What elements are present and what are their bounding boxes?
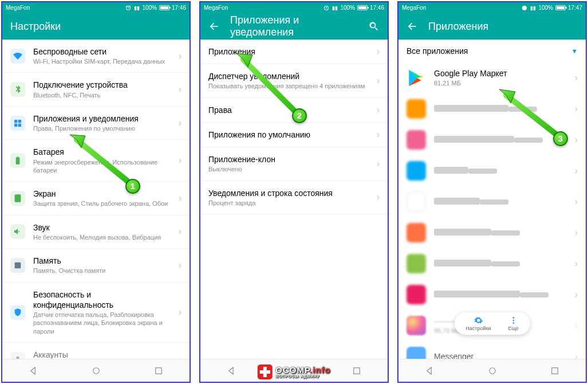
app-row-blurred[interactable]: ›	[398, 217, 586, 248]
row-applications[interactable]: Приложения ›	[200, 40, 388, 64]
phone-screen-2: MegaFon ▮▮ 100% 17:46 Приложения и уведо…	[199, 1, 389, 383]
battery-icon	[159, 5, 169, 10]
app-bar: Настройки	[2, 13, 190, 40]
row-device-connection[interactable]: Подключение устройстваBluetooth, NFC, Пе…	[2, 73, 190, 106]
chevron-right-icon: ›	[377, 192, 380, 202]
row-wireless[interactable]: Беспроводные сетиWi-Fi, Настройки SIM-ка…	[2, 40, 190, 73]
svg-rect-11	[551, 367, 558, 374]
row-app-clone[interactable]: Приложение-клонВыключено ›	[200, 147, 388, 181]
status-bar: MegaFon ▮▮ 100% 17:47	[398, 2, 586, 13]
back-icon[interactable]	[407, 21, 418, 32]
apps-list[interactable]: Все приложения ▼ Google Play Маркет81,21…	[398, 40, 586, 359]
page-title: Настройки	[10, 21, 181, 33]
clock: 17:46	[172, 5, 186, 11]
page-title: Приложения и уведомления	[230, 14, 358, 38]
row-permissions[interactable]: Права ›	[200, 98, 388, 123]
battery-icon	[357, 5, 368, 10]
search-icon[interactable]	[368, 21, 380, 32]
play-store-icon	[407, 68, 426, 88]
settings-list[interactable]: Приложения › Диспетчер уведомленийПоказы…	[200, 40, 388, 359]
app-row-blurred[interactable]: ›	[398, 155, 586, 186]
svg-point-2	[16, 356, 19, 359]
row-apps-notifications[interactable]: Приложения и уведомленияПрава, Приложени…	[2, 107, 190, 140]
watermark-logo	[257, 365, 272, 379]
chevron-right-icon: ›	[179, 84, 181, 95]
popup-more[interactable]: Еще	[508, 316, 518, 331]
phone-screen-1: MegaFon ▮▮ 100% 17:46 Настройки Беспрово…	[1, 1, 191, 383]
row-battery[interactable]: БатареяРежим энергосбережения, Использов…	[2, 140, 190, 182]
app-row-messenger[interactable]: Messenger›	[398, 341, 586, 359]
alarm-icon	[323, 5, 330, 11]
app-bar: Приложения и уведомления	[200, 13, 388, 40]
accounts-icon	[10, 352, 25, 359]
nav-home-icon[interactable]	[487, 366, 498, 376]
row-accounts[interactable]: АккаунтыДобавление и удаление аккаунтов …	[2, 343, 190, 359]
svg-point-3	[93, 367, 99, 374]
nav-back-icon[interactable]	[227, 366, 237, 376]
popup-settings[interactable]: Настройки	[465, 316, 491, 331]
svg-point-7	[512, 317, 514, 319]
wifi-icon	[10, 49, 25, 64]
svg-point-10	[489, 367, 495, 374]
app-row-blurred[interactable]: ›	[398, 186, 586, 217]
nav-recent-icon[interactable]	[352, 366, 362, 376]
chevron-right-icon: ›	[179, 193, 181, 203]
app-row-blurred[interactable]: ›	[398, 248, 586, 279]
nav-bar	[2, 359, 190, 382]
watermark: OCOMP.info ВОПРОСЫ АДМИНУ	[257, 365, 330, 379]
row-sound[interactable]: ЗвукНе беспокоить, Мелодия вызова, Вибра…	[2, 215, 190, 249]
row-notifications-statusbar[interactable]: Уведомления и строка состоянияПроцент за…	[200, 181, 388, 214]
svg-rect-1	[15, 262, 21, 269]
nav-recent-icon[interactable]	[550, 366, 560, 376]
gear-icon	[473, 316, 483, 325]
chevron-right-icon: ›	[377, 130, 380, 140]
carrier-label: MegaFon	[402, 5, 426, 11]
app-bar: Приложения	[398, 13, 586, 40]
chevron-right-icon: ›	[179, 226, 181, 237]
security-icon	[10, 305, 25, 320]
battery-icon	[555, 5, 566, 10]
page-title: Приложения	[428, 21, 578, 33]
app-row-blurred[interactable]: ›	[398, 124, 586, 155]
row-screen[interactable]: ЭкранЗащита зрения, Стиль рабочего экран…	[2, 182, 190, 215]
chevron-right-icon: ›	[179, 118, 181, 128]
back-icon[interactable]	[208, 21, 220, 32]
signal-icon: ▮▮	[530, 5, 536, 11]
chevron-down-icon: ▼	[571, 48, 578, 54]
status-bar: MegaFon ▮▮ 100% 17:46	[2, 2, 190, 13]
svg-rect-4	[155, 367, 161, 374]
nav-home-icon[interactable]	[91, 366, 101, 376]
chevron-right-icon: ›	[179, 354, 181, 359]
nav-recent-icon[interactable]	[153, 366, 164, 376]
sound-icon	[10, 224, 25, 239]
row-default-apps[interactable]: Приложения по умолчанию ›	[200, 123, 388, 147]
status-bar: MegaFon ▮▮ 100% 17:46	[200, 2, 388, 13]
row-security[interactable]: Безопасность и конфиденциальностьДатчик …	[2, 283, 190, 343]
phone-screen-3: MegaFon ▮▮ 100% 17:47 Приложения Все при…	[397, 1, 587, 383]
chevron-right-icon: ›	[377, 105, 380, 115]
row-memory[interactable]: ПамятьПамять, Очистка памяти ›	[2, 249, 190, 282]
alarm-icon	[125, 5, 132, 11]
nav-bar	[398, 359, 586, 382]
nav-back-icon[interactable]	[425, 366, 435, 376]
bluetooth-icon	[10, 82, 25, 97]
app-row-google-play[interactable]: Google Play Маркет81,21 МБ ›	[398, 62, 586, 93]
more-icon	[509, 316, 518, 325]
signal-icon: ▮▮	[332, 5, 338, 11]
filter-dropdown[interactable]: Все приложения ▼	[398, 40, 586, 62]
memory-icon	[10, 258, 25, 273]
chevron-right-icon: ›	[575, 73, 578, 83]
nav-back-icon[interactable]	[29, 366, 39, 376]
app-row-blurred[interactable]: ›	[398, 93, 586, 124]
settings-list[interactable]: Беспроводные сетиWi-Fi, Настройки SIM-ка…	[2, 40, 190, 359]
carrier-label: MegaFon	[6, 5, 30, 11]
chevron-right-icon: ›	[377, 76, 380, 86]
battery-icon	[10, 153, 25, 168]
chevron-right-icon: ›	[179, 51, 181, 61]
chevron-right-icon: ›	[179, 155, 181, 166]
carrier-label: MegaFon	[204, 5, 228, 11]
row-notification-manager[interactable]: Диспетчер уведомленийПоказывать уведомле…	[200, 64, 388, 97]
chevron-right-icon: ›	[377, 46, 380, 57]
app-row-blurred[interactable]: ›	[398, 279, 586, 310]
status-icons: ▮▮ 100% 17:46	[125, 5, 186, 11]
